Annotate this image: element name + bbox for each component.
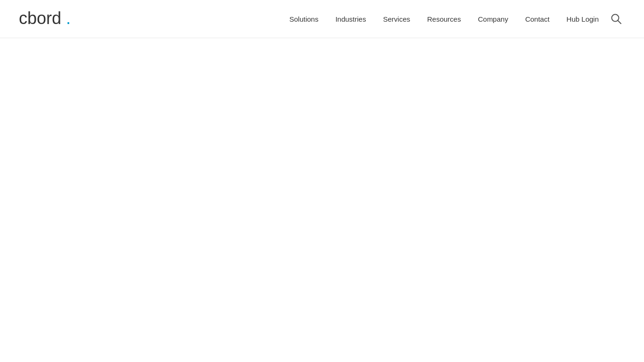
search-icon bbox=[611, 14, 621, 24]
site-header: cbord . Solutions Industries Services Re… bbox=[0, 0, 644, 38]
nav-item-contact[interactable]: Contact bbox=[517, 0, 558, 38]
nav-item-solutions[interactable]: Solutions bbox=[281, 0, 327, 38]
search-button[interactable] bbox=[607, 14, 625, 24]
svg-line-3 bbox=[618, 21, 621, 24]
nav-item-industries[interactable]: Industries bbox=[327, 0, 374, 38]
nav-item-services[interactable]: Services bbox=[374, 0, 419, 38]
main-nav: Solutions Industries Services Resources … bbox=[281, 0, 625, 38]
nav-item-resources[interactable]: Resources bbox=[419, 0, 470, 38]
cbord-logo: cbord . bbox=[19, 8, 80, 29]
main-content bbox=[0, 38, 644, 362]
nav-item-hub-login[interactable]: Hub Login bbox=[558, 0, 607, 38]
svg-text:.: . bbox=[66, 8, 71, 28]
svg-text:cbord: cbord bbox=[19, 8, 61, 28]
nav-item-company[interactable]: Company bbox=[470, 0, 517, 38]
logo[interactable]: cbord . bbox=[19, 8, 80, 29]
